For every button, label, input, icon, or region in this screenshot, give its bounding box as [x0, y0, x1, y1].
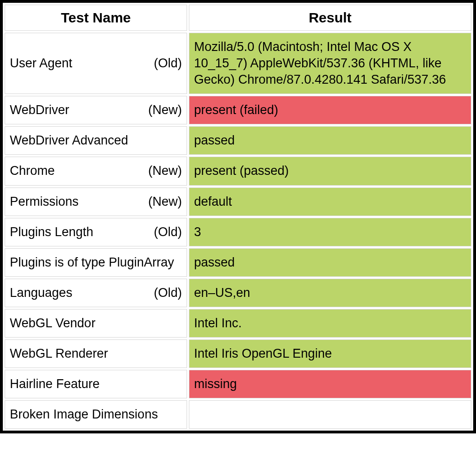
test-name-cell: Hairline Feature	[5, 370, 187, 398]
test-name-label: WebDriver Advanced	[10, 132, 128, 149]
test-name-cell: Broken Image Dimensions	[5, 400, 187, 429]
table-row: WebGL VendorIntel Inc.	[5, 309, 471, 338]
test-name-label: Languages	[10, 285, 72, 301]
table-row: Hairline Featuremissing	[5, 370, 471, 398]
test-result-cell: present (passed)	[189, 157, 471, 185]
header-test-name: Test Name	[5, 5, 187, 31]
test-name-label: Hairline Feature	[10, 376, 100, 392]
test-result-cell	[189, 400, 471, 429]
test-name-cell: WebDriver(New)	[5, 96, 187, 124]
table-row: WebDriver(New)present (failed)	[5, 96, 471, 124]
test-result-cell: missing	[189, 370, 471, 398]
table-row: Permissions(New)default	[5, 187, 471, 216]
test-name-tag: (Old)	[154, 55, 182, 72]
test-result-cell: en–US,en	[189, 279, 471, 307]
test-name-tag: (Old)	[154, 224, 182, 240]
header-row: Test Name Result	[5, 5, 471, 31]
test-result-cell: Intel Iris OpenGL Engine	[189, 339, 471, 368]
table-row: WebDriver Advancedpassed	[5, 126, 471, 155]
test-result-cell: present (failed)	[189, 96, 471, 124]
test-name-label: Broken Image Dimensions	[10, 406, 158, 423]
test-name-tag: (New)	[148, 102, 182, 118]
test-name-label: User Agent	[10, 55, 72, 72]
test-result-cell: default	[189, 187, 471, 216]
test-name-cell: Plugins is of type PluginArray	[5, 248, 187, 277]
test-name-label: WebGL Vendor	[10, 315, 95, 331]
table-row: Broken Image Dimensions	[5, 400, 471, 429]
test-result-cell: passed	[189, 248, 471, 277]
table-row: Languages(Old)en–US,en	[5, 279, 471, 307]
test-name-label: WebGL Renderer	[10, 346, 108, 362]
table-row: Chrome(New)present (passed)	[5, 157, 471, 185]
test-name-label: Permissions	[10, 194, 79, 210]
table-row: Plugins Length(Old)3	[5, 218, 471, 246]
test-result-cell: Intel Inc.	[189, 309, 471, 338]
test-name-label: WebDriver	[10, 102, 69, 118]
test-result-cell: 3	[189, 218, 471, 246]
table-row: WebGL RendererIntel Iris OpenGL Engine	[5, 339, 471, 368]
test-result-cell: passed	[189, 126, 471, 155]
results-table: Test Name Result User Agent(Old)Mozilla/…	[0, 0, 476, 433]
test-name-cell: Chrome(New)	[5, 157, 187, 185]
test-name-cell: Plugins Length(Old)	[5, 218, 187, 246]
results-container: Test Name Result User Agent(Old)Mozilla/…	[0, 0, 476, 433]
test-name-tag: (New)	[148, 163, 182, 179]
test-name-cell: WebDriver Advanced	[5, 126, 187, 155]
test-name-tag: (New)	[148, 194, 182, 210]
test-name-cell: Languages(Old)	[5, 279, 187, 307]
header-result: Result	[189, 5, 471, 31]
test-name-cell: WebGL Renderer	[5, 339, 187, 368]
test-name-cell: WebGL Vendor	[5, 309, 187, 338]
test-name-tag: (Old)	[154, 285, 182, 301]
test-name-label: Plugins is of type PluginArray	[10, 254, 174, 271]
table-row: Plugins is of type PluginArraypassed	[5, 248, 471, 277]
test-name-cell: User Agent(Old)	[5, 33, 187, 94]
test-result-cell: Mozilla/5.0 (Macintosh; Intel Mac OS X 1…	[189, 33, 471, 94]
test-name-label: Chrome	[10, 163, 55, 179]
test-name-cell: Permissions(New)	[5, 187, 187, 216]
table-row: User Agent(Old)Mozilla/5.0 (Macintosh; I…	[5, 33, 471, 94]
test-name-label: Plugins Length	[10, 224, 94, 240]
